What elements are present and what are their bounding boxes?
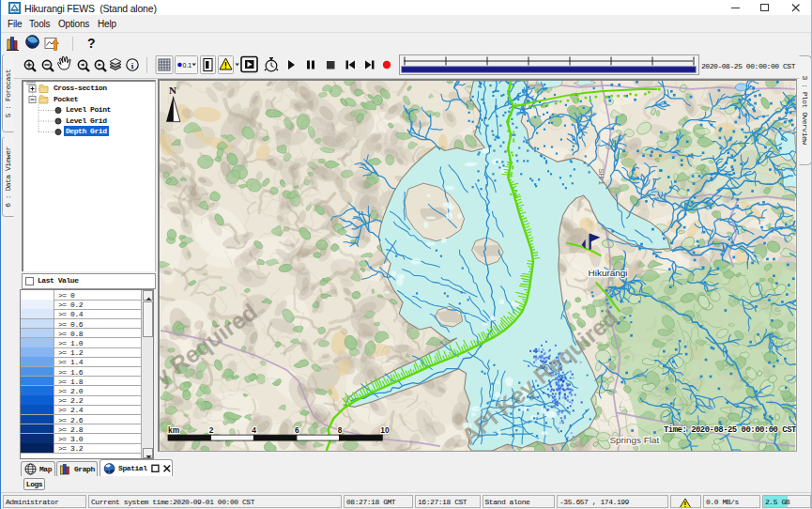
svg-text:8: 8 xyxy=(338,425,343,435)
svg-text:km: km xyxy=(168,425,179,435)
svg-text:3 : Plot Overview: 3 : Plot Overview xyxy=(801,75,809,145)
svg-text:Hikurangi: Hikurangi xyxy=(589,268,628,278)
svg-text:i: i xyxy=(131,61,134,70)
svg-text:N: N xyxy=(169,85,176,96)
svg-text:SH 1: SH 1 xyxy=(597,168,605,185)
svg-text:5 : Forecast: 5 : Forecast xyxy=(4,69,12,118)
svg-text:6 : Data Viewer: 6 : Data Viewer xyxy=(4,147,12,208)
svg-text:0.1: 0.1 xyxy=(183,62,192,69)
svg-text:4: 4 xyxy=(252,425,256,435)
svg-text:Time: 2020-08-25 00:00:00 CST: Time: 2020-08-25 00:00:00 CST xyxy=(664,425,797,435)
svg-text:10: 10 xyxy=(380,425,390,435)
svg-text:?: ? xyxy=(87,36,96,51)
svg-text:6: 6 xyxy=(295,425,299,435)
svg-text:Springs Flat: Springs Flat xyxy=(609,435,659,445)
svg-text:2: 2 xyxy=(209,425,214,435)
